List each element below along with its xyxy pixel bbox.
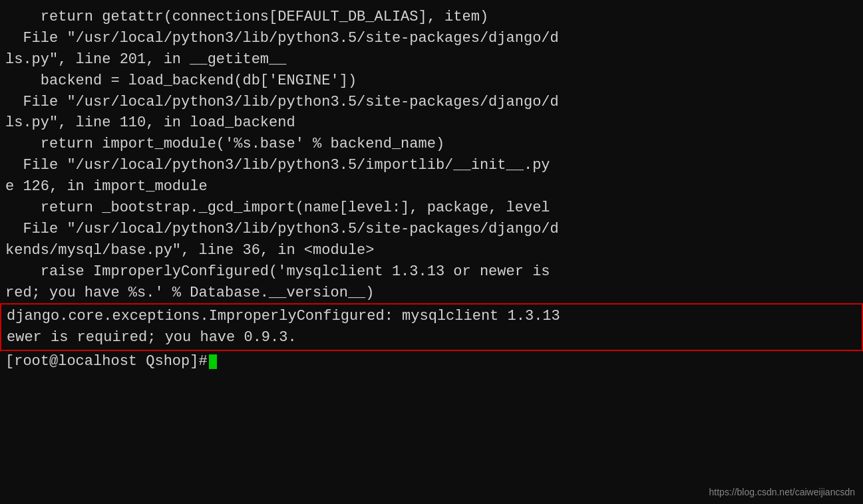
terminal-line-1: return getattr(connections[DEFAULT_DB_AL… bbox=[0, 7, 863, 28]
terminal-line-5: File "/usr/local/python3/lib/python3.5/s… bbox=[0, 92, 863, 113]
error-highlight-block: django.core.exceptions.ImproperlyConfigu… bbox=[0, 303, 863, 351]
terminal-line-13: raise ImproperlyConfigured('mysqlclient … bbox=[0, 261, 863, 283]
terminal-line-9: e 126, in import_module bbox=[0, 176, 863, 197]
terminal-line-14: red; you have %s.' % Database.__version_… bbox=[0, 283, 863, 304]
highlighted-line-2: ewer is required; you have 0.9.3. bbox=[7, 327, 856, 348]
terminal-line-12: kends/mysql/base.py", line 36, in <modul… bbox=[0, 240, 863, 261]
terminal-line-8: File "/usr/local/python3/lib/python3.5/i… bbox=[0, 155, 863, 176]
terminal-line-4: backend = load_backend(db['ENGINE']) bbox=[0, 70, 863, 92]
terminal-line-3: ls.py", line 201, in __getitem__ bbox=[0, 49, 863, 70]
terminal-prompt[interactable]: [root@localhost Qshop]# bbox=[0, 351, 863, 372]
highlighted-line-1: django.core.exceptions.ImproperlyConfigu… bbox=[7, 306, 856, 327]
terminal-line-2: File "/usr/local/python3/lib/python3.5/s… bbox=[0, 28, 863, 49]
terminal-line-11: File "/usr/local/python3/lib/python3.5/s… bbox=[0, 219, 863, 240]
watermark: https://blog.csdn.net/caiweijiancsdn bbox=[709, 485, 855, 499]
terminal-cursor bbox=[209, 354, 217, 369]
terminal-window: return getattr(connections[DEFAULT_DB_AL… bbox=[0, 0, 863, 504]
terminal-line-7: return import_module('%s.base' % backend… bbox=[0, 134, 863, 155]
terminal-line-10: return _bootstrap._gcd_import(name[level… bbox=[0, 197, 863, 219]
terminal-line-6: ls.py", line 110, in load_backend bbox=[0, 112, 863, 134]
prompt-text: [root@localhost Qshop]# bbox=[5, 351, 208, 372]
